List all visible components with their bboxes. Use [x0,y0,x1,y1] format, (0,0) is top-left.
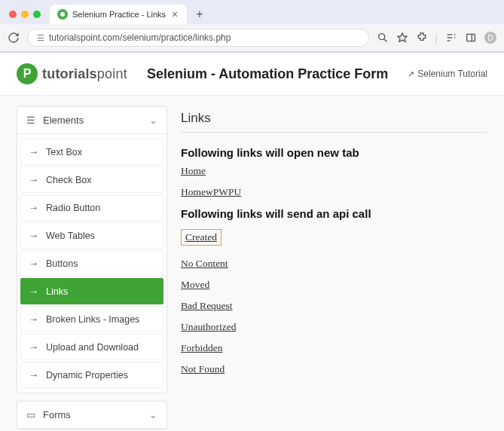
svg-marker-2 [398,33,407,41]
arrow-right-icon: → [29,341,38,353]
link-forbidden[interactable]: Forbidden [181,342,487,354]
browser-tab[interactable]: Selenium Practice - Links × [50,5,187,24]
link-unauthorized[interactable]: Unauthorized [181,321,487,333]
external-link-icon: ↗ [408,69,414,79]
sidebar-item-label: Text Box [46,147,82,157]
url-text: tutorialspoint.com/selenium/practice/lin… [49,32,231,43]
form-icon: ▭ [26,409,35,420]
window-controls [9,11,41,18]
extensions-icon[interactable] [416,32,428,44]
tab-favicon-icon [57,9,68,20]
sidebar-item-dynamic-properties[interactable]: →Dynamic Properties [20,362,163,388]
svg-rect-8 [467,34,475,41]
link-moved[interactable]: Moved [181,279,487,291]
chevron-down-icon: ⌄ [149,115,157,126]
menu-icon: ☰ [26,115,35,126]
main-heading: Links [181,111,487,133]
arrow-right-icon: → [29,146,38,157]
chevron-down-icon: ⌄ [149,409,157,420]
page-title: Selenium - Automation Practice Form [127,66,408,82]
sidebar-item-label: Dynamic Properties [46,370,128,381]
link-bad-request[interactable]: Bad Request [181,300,487,312]
page: P tutorialspoint Selenium - Automation P… [0,53,504,431]
address-bar[interactable]: ☰ tutorialspoint.com/selenium/practice/l… [27,29,369,47]
sidebar: ☰ Elements ⌄ →Text Box→Check Box→Radio B… [17,106,167,431]
arrow-right-icon: → [29,258,38,269]
site-info-icon[interactable]: ☰ [37,33,44,43]
sidebar-item-check-box[interactable]: →Check Box [20,167,163,193]
svg-point-0 [378,34,384,40]
sidebar-group-header-forms[interactable]: ▭ Forms ⌄ [17,402,166,429]
sidebar-item-broken-links-images[interactable]: →Broken Links - Images [20,306,163,332]
selenium-tutorial-link[interactable]: ↗ Selenium Tutorial [408,69,487,79]
svg-line-1 [383,39,386,42]
bookmark-icon[interactable] [396,32,408,44]
sidebar-item-radio-button[interactable]: →Radio Button [20,194,163,221]
sidebar-item-label: Links [46,286,68,297]
sidebar-group-forms: ▭ Forms ⌄ [17,401,167,429]
arrow-right-icon: → [29,174,38,185]
sidebar-item-links[interactable]: →Links [20,278,163,304]
link-home[interactable]: Home [181,165,487,177]
logo-text: tutorialspoint [42,66,127,82]
sidebar-item-label: Broken Links - Images [46,314,139,325]
tab-title: Selenium Practice - Links [72,10,166,19]
arrow-right-icon: → [29,202,38,213]
section-heading-new-tab: Following links will open new tab [181,146,487,159]
sidebar-group-header-elements[interactable]: ☰ Elements ⌄ [17,107,166,134]
link-no-content[interactable]: No Content [181,258,487,270]
sidebar-item-label: Web Tables [46,231,95,241]
logo-badge-icon: P [17,63,38,84]
sidebar-item-web-tables[interactable]: →Web Tables [20,222,163,249]
close-tab-icon[interactable]: × [170,9,179,20]
arrow-right-icon: → [29,286,38,297]
sidebar-item-label: Upload and Download [46,342,139,353]
sidebar-item-label: Buttons [46,258,78,269]
page-header: P tutorialspoint Selenium - Automation P… [0,53,504,96]
link-not-found[interactable]: Not Found [181,363,487,375]
logo[interactable]: P tutorialspoint [17,63,127,84]
sidebar-item-label: Radio Button [46,203,100,213]
reading-list-icon[interactable] [445,32,457,44]
panel-icon[interactable] [465,32,477,44]
sidebar-group-elements: ☰ Elements ⌄ →Text Box→Check Box→Radio B… [17,106,167,393]
maximize-window-icon[interactable] [33,11,41,18]
tab-bar: Selenium Practice - Links × + [0,0,504,24]
new-tab-button[interactable]: + [191,6,207,23]
main-content: Links Following links will open new tab … [181,106,487,431]
sidebar-item-label: Check Box [46,175,91,185]
link-created[interactable]: Created [181,229,221,246]
minimize-window-icon[interactable] [21,11,29,18]
arrow-right-icon: → [29,230,38,241]
link-homewpwpu[interactable]: HomewPWPU [181,186,487,198]
arrow-right-icon: → [29,313,38,325]
sidebar-item-upload-and-download[interactable]: →Upload and Download [20,334,163,360]
sidebar-item-buttons[interactable]: →Buttons [20,250,163,277]
arrow-right-icon: → [29,369,38,381]
sidebar-item-text-box[interactable]: →Text Box [20,139,163,165]
section-heading-api-call: Following links will send an api call [181,207,487,220]
close-window-icon[interactable] [9,11,17,18]
browser-chrome: Selenium Practice - Links × + ☰ tutorial… [0,0,504,53]
address-bar-row: ☰ tutorialspoint.com/selenium/practice/l… [0,24,504,52]
zoom-icon[interactable] [377,32,389,44]
reload-icon[interactable] [8,32,20,44]
profile-avatar[interactable]: D [484,32,496,44]
